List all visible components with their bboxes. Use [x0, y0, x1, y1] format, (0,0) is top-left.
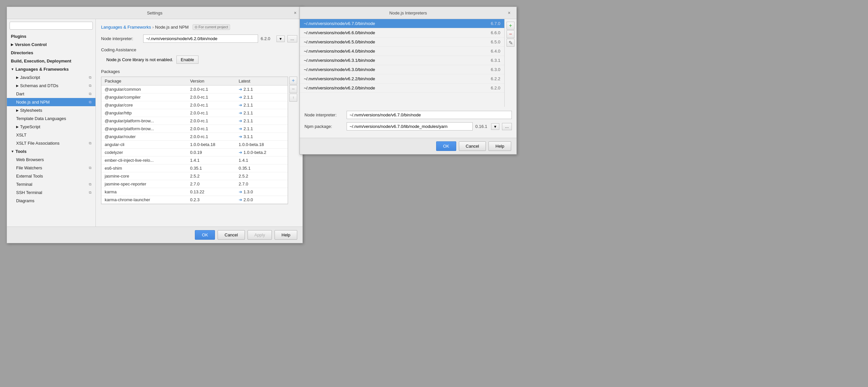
sidebar-item-typescript[interactable]: ▶ TypeScript	[7, 122, 95, 131]
package-version: 2.5.2	[187, 172, 235, 180]
interpreter-version: 6.2.2	[484, 76, 500, 81]
remove-package-button[interactable]: −	[289, 85, 297, 93]
remove-interpreter-button[interactable]: −	[506, 30, 515, 38]
node-interpreter-input[interactable]	[143, 35, 258, 43]
package-latest: ➜ 2.1.1	[235, 93, 288, 101]
settings-ok-button[interactable]: OK	[195, 230, 215, 240]
template-data-label: Template Data Languages	[16, 116, 66, 121]
sidebar-item-version-control[interactable]: ▶ Version Control	[7, 40, 95, 49]
interpreters-dialog: Node.js Interpreters × ~/.nvm/versions/n…	[300, 7, 517, 154]
sidebar-item-dart[interactable]: Dart ⧉	[7, 90, 95, 98]
sidebar-item-javascript[interactable]: ▶ JavaScript ⧉	[7, 73, 95, 81]
table-row[interactable]: @angular/platform-brow... 2.0.0-rc.1 ➜ 2…	[101, 117, 288, 125]
external-tools-label: External Tools	[16, 174, 43, 179]
table-row[interactable]: angular-cli 1.0.0-beta.18 1.0.0-beta.18	[101, 141, 288, 149]
breadcrumb-separator: ›	[152, 25, 154, 30]
interp-list-scroll[interactable]: ~/.nvm/versions/node/v6.7.0/bin/node 6.7…	[300, 19, 504, 107]
interpreters-close-button[interactable]: ×	[506, 9, 513, 16]
table-row[interactable]: @angular/router 2.0.0-rc.1 ➜ 3.1.1	[101, 133, 288, 141]
packages-container: Package Version Latest @angular/common 2…	[101, 77, 297, 204]
node-interpreter-dropdown-button[interactable]: ▼	[277, 36, 285, 42]
sidebar-item-directories[interactable]: Directories	[7, 49, 95, 57]
interpreter-list-item[interactable]: ~/.nvm/versions/node/v6.2.2/bin/node 6.2…	[300, 74, 504, 83]
table-row[interactable]: @angular/platform-brow... 2.0.0-rc.1 ➜ 2…	[101, 125, 288, 133]
interp-node-input[interactable]	[347, 111, 512, 119]
coding-assistance-section: Coding Assistance	[101, 47, 297, 52]
sidebar-item-languages-frameworks[interactable]: ▼ Languages & Frameworks	[7, 65, 95, 73]
sidebar-item-file-watchers[interactable]: File Watchers ⧉	[7, 164, 95, 172]
interpreter-list-item[interactable]: ~/.nvm/versions/node/v6.7.0/bin/node 6.7…	[300, 19, 504, 28]
sidebar-item-nodejs-npm[interactable]: Node.js and NPM ⧉	[7, 98, 95, 106]
interpreter-version: 6.4.0	[484, 49, 500, 54]
breadcrumb-parent[interactable]: Languages & Frameworks	[101, 25, 151, 30]
table-row[interactable]: @angular/http 2.0.0-rc.1 ➜ 2.1.1	[101, 109, 288, 117]
table-row[interactable]: jasmine-core 2.5.2 2.5.2	[101, 172, 288, 180]
interpreter-path: ~/.nvm/versions/node/v6.3.0/bin/node	[304, 67, 484, 72]
settings-apply-button[interactable]: Apply	[248, 230, 272, 240]
table-row[interactable]: codelyzer 0.0.19 ➜ 1.0.0-beta.2	[101, 149, 288, 156]
table-row[interactable]: es6-shim 0.35.1 0.35.1	[101, 165, 288, 172]
interpreter-list-item[interactable]: ~/.nvm/versions/node/v6.5.0/bin/node 6.5…	[300, 37, 504, 47]
sidebar-item-xslt-file[interactable]: XSLT File Associations ⧉	[7, 139, 95, 147]
settings-help-button[interactable]: Help	[275, 230, 297, 240]
package-latest: ➜ 2.1.1	[235, 117, 288, 125]
table-row[interactable]: @angular/common 2.0.0-rc.1 ➜ 2.1.1	[101, 85, 288, 93]
diagrams-label: Diagrams	[16, 198, 35, 203]
interp-npm-dropdown-button[interactable]: ▼	[491, 123, 499, 130]
sidebar-item-diagrams[interactable]: Diagrams	[7, 197, 95, 205]
settings-footer: OK Cancel Apply Help	[7, 226, 303, 243]
package-latest: ➜ 1.3.0	[235, 188, 288, 196]
interpreter-list-item[interactable]: ~/.nvm/versions/node/v6.3.1/bin/node 6.3…	[300, 56, 504, 65]
sidebar-item-plugins[interactable]: Plugins	[7, 32, 95, 40]
add-interpreter-button[interactable]: +	[506, 22, 515, 30]
edit-interpreter-button[interactable]: ✎	[506, 39, 515, 47]
file-watchers-copy-icon: ⧉	[89, 166, 92, 170]
package-latest: ➜ 2.1.1	[235, 109, 288, 117]
table-row[interactable]: @angular/compiler 2.0.0-rc.1 ➜ 2.1.1	[101, 93, 288, 101]
xslt-file-label: XSLT File Associations	[16, 141, 60, 146]
table-row[interactable]: @angular/core 2.0.0-rc.1 ➜ 2.1.1	[101, 101, 288, 109]
interp-npm-input[interactable]	[347, 122, 473, 131]
interp-npm-ellipsis-button[interactable]: …	[502, 123, 512, 130]
build-execution-label: Build, Execution, Deployment	[11, 59, 71, 64]
table-row[interactable]: ember-cli-inject-live-relo... 1.4.1 1.4.…	[101, 156, 288, 165]
move-up-package-button[interactable]: ↑	[289, 94, 297, 102]
enable-button[interactable]: Enable	[177, 56, 198, 64]
package-latest: 1.4.1	[235, 156, 288, 165]
sidebar-item-stylesheets[interactable]: ▶ Stylesheets	[7, 106, 95, 114]
settings-titlebar: Settings ×	[7, 7, 303, 19]
sidebar-item-external-tools[interactable]: External Tools	[7, 172, 95, 180]
interpreters-ok-button[interactable]: OK	[436, 141, 456, 151]
table-row[interactable]: karma 0.13.22 ➜ 1.3.0	[101, 188, 288, 196]
interpreters-help-button[interactable]: Help	[489, 141, 511, 151]
node-interpreter-ellipsis-button[interactable]: …	[287, 35, 297, 42]
table-row[interactable]: jasmine-spec-reporter 2.7.0 2.7.0	[101, 180, 288, 188]
sidebar-item-xslt[interactable]: XSLT	[7, 131, 95, 139]
sidebar-item-schemas-dtds[interactable]: ▶ Schemas and DTDs ⧉	[7, 81, 95, 90]
search-input[interactable]	[9, 22, 93, 30]
sidebar-item-web-browsers[interactable]: Web Browsers	[7, 155, 95, 164]
interpreter-list-item[interactable]: ~/.nvm/versions/node/v6.4.0/bin/node 6.4…	[300, 47, 504, 56]
package-version: 0.2.3	[187, 196, 235, 204]
interpreter-list-item[interactable]: ~/.nvm/versions/node/v6.6.0/bin/node 6.6…	[300, 28, 504, 37]
settings-cancel-button[interactable]: Cancel	[218, 230, 245, 240]
settings-close-button[interactable]: ×	[292, 9, 299, 16]
sidebar-item-terminal[interactable]: Terminal ⧉	[7, 180, 95, 188]
typescript-arrow: ▶	[16, 125, 19, 129]
package-latest: 2.5.2	[235, 172, 288, 180]
package-version: 0.35.1	[187, 165, 235, 172]
interpreter-list-item[interactable]: ~/.nvm/versions/node/v6.3.0/bin/node 6.3…	[300, 65, 504, 74]
table-row[interactable]: karma-chrome-launcher 0.2.3 ➜ 2.0.0	[101, 196, 288, 204]
sidebar-item-ssh-terminal[interactable]: SSH Terminal ⧉	[7, 188, 95, 197]
interpreter-list-item[interactable]: ~/.nvm/versions/node/v6.2.0/bin/node 6.2…	[300, 83, 504, 93]
xslt-file-copy-icon: ⧉	[89, 141, 92, 145]
interpreters-cancel-button[interactable]: Cancel	[459, 141, 486, 151]
sidebar-item-template-data[interactable]: Template Data Languages	[7, 114, 95, 122]
sidebar-item-tools[interactable]: ▼ Tools	[7, 147, 95, 155]
typescript-label: TypeScript	[20, 124, 40, 129]
sidebar-item-build-execution[interactable]: Build, Execution, Deployment	[7, 57, 95, 65]
package-name: jasmine-core	[101, 172, 187, 180]
packages-table: Package Version Latest @angular/common 2…	[101, 77, 288, 204]
search-box	[7, 19, 95, 32]
add-package-button[interactable]: +	[289, 77, 297, 84]
